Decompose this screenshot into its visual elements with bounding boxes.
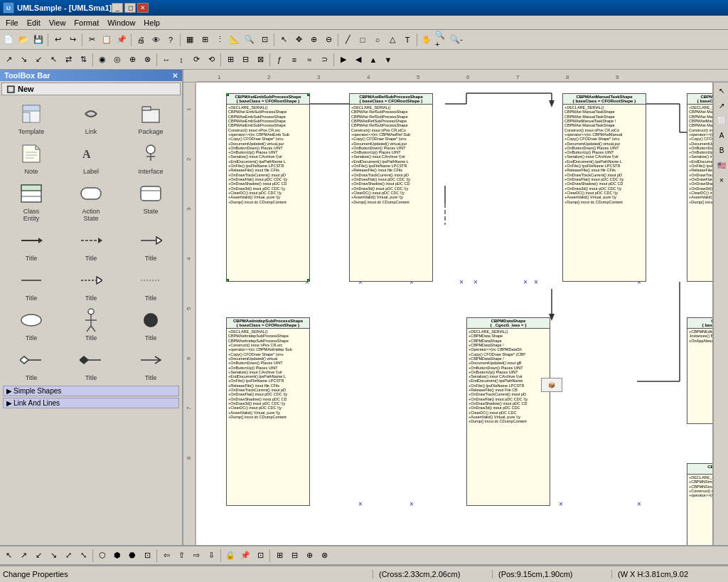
tool-assoc[interactable]: Title xyxy=(3,266,60,303)
tb2-icon13[interactable]: ⟳ xyxy=(189,53,203,67)
tool-compose[interactable]: Title xyxy=(63,346,119,383)
bt-icon7[interactable]: ⬡ xyxy=(95,549,109,563)
poly-icon[interactable]: △ xyxy=(385,33,400,47)
tool-link[interactable]: Link xyxy=(63,100,119,137)
fit-icon[interactable]: ⊡ xyxy=(257,33,272,47)
hand-icon[interactable]: ✋ xyxy=(419,33,434,47)
uml-class-3[interactable]: CBPMAstManualTaskShape { baseClass = CFO… xyxy=(562,93,646,282)
line-icon[interactable]: ╱ xyxy=(341,33,355,47)
tool-package[interactable]: Package xyxy=(122,100,179,137)
menu-view[interactable]: View xyxy=(45,17,70,28)
tb2-icon10[interactable]: ⊗ xyxy=(140,53,154,67)
tb2-icon7[interactable]: ◉ xyxy=(95,53,109,67)
help-icon[interactable]: ? xyxy=(164,33,178,47)
tb2-icon17[interactable]: ⊠ xyxy=(253,53,267,67)
select-icon[interactable]: ↖ xyxy=(277,33,291,47)
zoom-out-icon[interactable]: 🔍- xyxy=(449,33,464,47)
tool-circle[interactable]: Title xyxy=(122,306,179,343)
bt-icon11[interactable]: ⇦ xyxy=(159,549,173,563)
tb2-icon24[interactable]: ▲ xyxy=(366,53,380,67)
link-lines-section[interactable]: ▶ Link And Lines xyxy=(3,398,179,408)
uml-class-5[interactable]: CBPMAstIntdepSubProcessShape { baseClass… xyxy=(226,317,310,506)
tool-state[interactable]: State xyxy=(122,179,179,223)
redo-icon[interactable]: ↪ xyxy=(65,33,80,47)
tb2-icon20[interactable]: ≈ xyxy=(302,53,316,67)
menu-help[interactable]: Help xyxy=(139,17,164,28)
menu-window[interactable]: Window xyxy=(103,17,139,28)
tool-note[interactable]: Note xyxy=(3,139,60,176)
bt-icon10[interactable]: ⊡ xyxy=(140,549,154,563)
tool-gen[interactable]: Title xyxy=(63,266,119,303)
tb2-icon15[interactable]: ⊞ xyxy=(223,53,237,67)
snap-icon[interactable]: ⋮ xyxy=(213,33,227,47)
bt-icon15[interactable]: 🔒 xyxy=(223,549,237,563)
tool-dep[interactable]: Title xyxy=(122,266,179,303)
bt-icon6[interactable]: ⤡ xyxy=(76,549,90,563)
tb2-icon23[interactable]: ◀ xyxy=(351,53,365,67)
bt-icon16[interactable]: 📌 xyxy=(238,549,252,563)
class1-handle-bl[interactable] xyxy=(226,279,229,282)
tool-agg[interactable]: Title xyxy=(3,346,60,383)
zoom-in-icon[interactable]: 🔍+ xyxy=(434,33,449,47)
tool-action-state[interactable]: ActionState xyxy=(63,179,119,223)
ellipse-icon[interactable]: ○ xyxy=(370,33,385,47)
insert-icon[interactable]: ⊕ xyxy=(306,33,321,47)
right-toolbar-btn2[interactable]: ↗ xyxy=(714,98,728,112)
bt-icon3[interactable]: ↙ xyxy=(31,549,46,563)
undo-icon[interactable]: ↩ xyxy=(50,33,65,47)
save-icon[interactable]: 💾 xyxy=(31,33,46,47)
open-icon[interactable]: 📂 xyxy=(16,33,31,47)
tool-stick[interactable]: Title xyxy=(63,306,119,343)
menu-file[interactable]: File xyxy=(1,17,23,28)
new-icon[interactable]: 📄 xyxy=(1,33,16,47)
tb2-icon14[interactable]: ⟲ xyxy=(204,53,218,67)
tb2-icon11[interactable]: ↔ xyxy=(159,53,173,67)
align-icon[interactable]: ⊞ xyxy=(198,33,212,47)
tb2-icon5[interactable]: ⇄ xyxy=(61,53,75,67)
tool-template[interactable]: Template xyxy=(3,100,60,137)
bt-icon5[interactable]: ⤢ xyxy=(61,549,75,563)
uml-class-8[interactable]: CBPMNSimpleShape { baseClass = } +DECLAR… xyxy=(687,463,712,545)
tool-label[interactable]: A Label xyxy=(63,139,119,176)
tb2-icon9[interactable]: ⊕ xyxy=(125,53,139,67)
preview-icon[interactable]: 👁 xyxy=(149,33,163,47)
tb2-icon8[interactable]: ◎ xyxy=(110,53,124,67)
cut-icon[interactable]: ✂ xyxy=(85,33,99,47)
class1-handle-tl[interactable] xyxy=(226,93,229,96)
right-toolbar-btn6[interactable]: 🇺🇸 xyxy=(714,158,728,172)
rect-icon[interactable]: □ xyxy=(355,33,370,47)
close-button[interactable]: ✕ xyxy=(137,3,149,13)
delete-icon[interactable]: ⊖ xyxy=(321,33,336,47)
menu-format[interactable]: Format xyxy=(70,17,103,28)
tool-arrow1[interactable]: Title xyxy=(3,226,60,263)
toolbox-close-btn[interactable]: ✕ xyxy=(172,72,178,80)
tb2-icon4[interactable]: ↖ xyxy=(46,53,60,67)
text-icon[interactable]: T xyxy=(400,33,414,47)
tool-class-entity[interactable]: ClassEntity xyxy=(3,179,60,223)
bt-icon21[interactable]: ⊗ xyxy=(317,549,331,563)
bt-icon14[interactable]: ⇩ xyxy=(204,549,218,563)
ruler-icon[interactable]: 📐 xyxy=(228,33,242,47)
right-toolbar-btn7[interactable]: × xyxy=(714,173,728,187)
right-toolbar-btn5[interactable]: B xyxy=(714,143,728,157)
bt-icon20[interactable]: ⊕ xyxy=(302,549,316,563)
bt-icon1[interactable]: ↖ xyxy=(1,549,16,563)
tb2-icon1[interactable]: ↗ xyxy=(1,53,16,67)
class1-handle-br[interactable] xyxy=(307,279,310,282)
class1-handle-tr[interactable] xyxy=(307,93,310,96)
bt-icon9[interactable]: ⬣ xyxy=(125,549,139,563)
uml-class-6[interactable]: CBPMDataShape { _CgocG_lass = } +DECLARE… xyxy=(466,317,550,506)
zoom-icon[interactable]: 🔍 xyxy=(242,33,257,47)
tb2-icon12[interactable]: ↕ xyxy=(174,53,188,67)
bt-icon17[interactable]: ⊡ xyxy=(253,549,267,563)
restore-button[interactable]: ◻ xyxy=(124,3,136,13)
uml-class-2[interactable]: CBPMAstRefSubProcessShape { baseClass = … xyxy=(349,93,433,282)
uml-class-7[interactable]: CBPMNEStarApp { baseClass = CFWinApp } +… xyxy=(687,317,712,424)
minimize-button[interactable]: _ xyxy=(112,3,123,13)
tb2-icon6[interactable]: ⇅ xyxy=(76,53,90,67)
tb2-icon16[interactable]: ⊟ xyxy=(238,53,252,67)
bt-icon19[interactable]: ⊟ xyxy=(287,549,301,563)
tb2-icon19[interactable]: ≡ xyxy=(287,53,301,67)
tool-nav[interactable]: Title xyxy=(122,346,179,383)
tb2-icon25[interactable]: ▼ xyxy=(381,53,395,67)
